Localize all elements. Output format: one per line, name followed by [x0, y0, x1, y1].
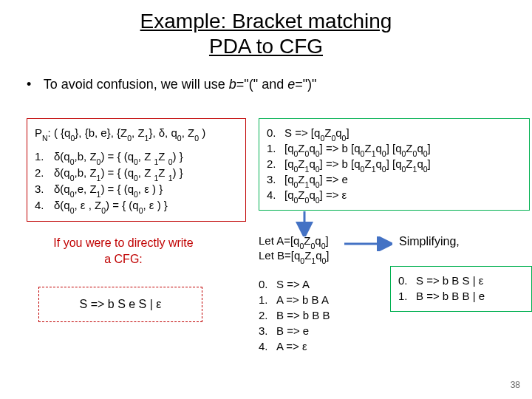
rule-row: 3.[q0Z1q0] => e: [267, 171, 522, 187]
slide-title: Example: Bracket matching PDA to CFG: [0, 9, 532, 59]
rule-row: 3.B => e: [259, 323, 330, 338]
title-line1: Example: Bracket matching: [140, 10, 392, 33]
bullet-line: • To avoid confusion, we will use b="(" …: [27, 77, 316, 92]
rule-row: 0.S => A: [259, 276, 330, 292]
rule-row: 1.A => b B A: [259, 292, 330, 307]
pda-header: PN: ( {q0}, {b, e}, {Z0, Z1}, δ, q0, Z0 …: [35, 125, 238, 141]
simplifying-label: Simplifying,: [399, 235, 460, 248]
arrow-right-icon: [344, 236, 392, 251]
pda-definition-box: PN: ( {q0}, {b, e}, {Z0, Z1}, δ, q0, Z0 …: [27, 118, 246, 222]
rule-row: 0.S => [q0Z0q0]: [267, 125, 522, 140]
rule-row: 4.δ(q0, ε , Z0) = { (q0, ε ) }: [35, 197, 238, 214]
rule-row: 2.B => b B B: [259, 307, 330, 323]
rule-row: 4.A => ε: [259, 338, 330, 354]
simplified-grammar-box: 0.S => b B S | ε1.B => b B B | e: [390, 266, 532, 312]
rule-row: 3.δ(q0,e, Z1) = { (q0, ε ) }: [35, 181, 238, 197]
arrow-down-icon: [296, 211, 313, 236]
cfg-rules-box: 0.S => [q0Z0q0]1.[q0Z0q0] => b [q0Z1q0] …: [259, 118, 530, 211]
rule-row: 1.B => b B B | e: [398, 288, 524, 304]
let-definitions: Let A=[q0Z0q0] Let B=[q0Z1q0]: [259, 233, 330, 263]
rule-row: 1.[q0Z0q0] => b [q0Z1q0] [q0Z0q0]: [267, 140, 522, 156]
direct-cfg-note: If you were to directly write a CFG:: [38, 235, 208, 267]
rule-row: 1.δ(q0,b, Z0) = { (q0, Z 1Z 0) }: [35, 149, 238, 165]
pda-rule-list: 1.δ(q0,b, Z0) = { (q0, Z 1Z 0) }2.δ(q0,b…: [35, 149, 238, 214]
rule-row: 4.[q0Z0q0] => ε: [267, 187, 522, 202]
page-number: 38: [511, 380, 520, 390]
rule-row: 0.S => b B S | ε: [398, 273, 524, 288]
rule-row: 2.δ(q0,b, Z1) = { (q0, Z 1Z 1) }: [35, 165, 238, 181]
direct-grammar-box: S => b S e S | ε: [38, 287, 202, 322]
rule-row: 2.[q0Z1q0] => b [q0Z1q0] [q0Z1q0]: [267, 156, 522, 171]
title-line2: PDA to CFG: [209, 35, 323, 58]
substituted-rules: 0.S => A1.A => b B A2.B => b B B3.B => e…: [259, 276, 330, 354]
